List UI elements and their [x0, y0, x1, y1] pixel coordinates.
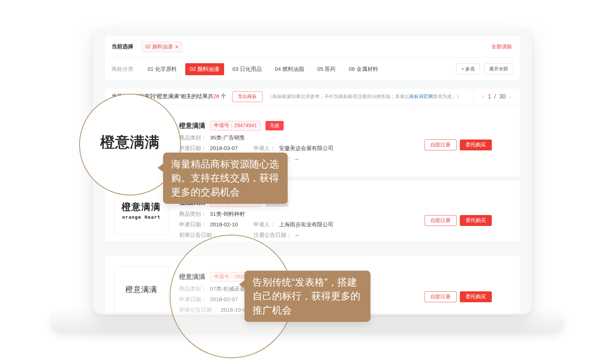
page-background: 当前选择 02 颜料油漆 × 全部清除 商标分类 01 化学原料 02 颜料油漆… [0, 0, 616, 364]
entrust-buy-button[interactable]: 委托购买 [460, 215, 492, 226]
current-selection-label: 当前选择 [112, 43, 133, 50]
tab-category-04[interactable]: 04 燃料油脂 [270, 63, 309, 75]
pagination: ‹ 1 / 30 › [473, 89, 520, 104]
disclaimer-post: 查询为准。） [433, 94, 461, 99]
applicant-value: 上海雨步实业有限公司 [279, 221, 333, 228]
status-badge: 无效 [266, 121, 284, 130]
trademark-image-text: 橙意满满 [122, 201, 161, 213]
prev-page-icon[interactable]: ‹ [482, 93, 485, 101]
apply-date-label: 申请日期： [179, 145, 206, 152]
category-field-value: 31类-饲料种籽 [210, 211, 245, 218]
trademark-name: 橙意满满 [179, 121, 205, 130]
trademark-image: 橙意满满 [114, 266, 169, 313]
trademark-image-text: 橙意满满 [125, 284, 157, 295]
multi-select-button[interactable]: + 多选 [456, 63, 480, 75]
callout-text: 海量精品商标资源随心选购。支持在线交易，获得更多的交易机会 [171, 159, 279, 198]
export-trademark-button[interactable]: 导出商标 [232, 91, 263, 102]
self-register-button[interactable]: 自助注册 [425, 215, 457, 226]
current-page: 1 [488, 93, 491, 100]
entrust-buy-button[interactable]: 委托购买 [460, 291, 492, 302]
category-tabs-row: 商标分类 01 化学原料 02 颜料油漆 03 日化用品 04 燃料油脂 05 … [112, 57, 513, 81]
category-field-label: 商品类别： [179, 134, 206, 141]
row-actions: 自助注册 委托购买 [425, 181, 492, 241]
application-number-tag: 申请号：29474941 [210, 121, 260, 130]
results-header: 当前分类下检索到“橙意满满”相关的结果共28 个 导出商标 （商标检索结果仅供参… [105, 89, 520, 105]
tab-category-01[interactable]: 01 化学原料 [143, 63, 182, 75]
callout-arrow-icon [239, 280, 245, 289]
registration-publication-value: – [295, 155, 298, 162]
apply-date-value: 2018-02-10 [210, 221, 238, 228]
filter-panel: 当前选择 02 颜料油漆 × 全部清除 商标分类 01 化学原料 02 颜料油漆… [105, 36, 520, 81]
category-label: 商标分类 [112, 66, 133, 73]
expand-all-button[interactable]: 展开全部 [484, 63, 513, 75]
clear-all-link[interactable]: 全部清除 [491, 44, 512, 50]
self-register-button[interactable]: 自助注册 [425, 139, 457, 150]
row-actions: 自助注册 委托购买 [425, 256, 492, 313]
apply-date-value: 2018-03-07 [210, 145, 238, 152]
current-selection-row: 当前选择 02 颜料油漆 × 全部清除 [112, 36, 513, 57]
callout-bubble-trade: 海量精品商标资源随心选购。支持在线交易，获得更多的交易机会 [163, 153, 288, 204]
next-page-icon[interactable]: › [509, 93, 511, 101]
trademark-office-link[interactable]: 商标局官网 [409, 94, 433, 99]
selected-filter-tag-text: 02 颜料油漆 [145, 44, 173, 50]
applicant-value: 安徽美达会展有限公司 [279, 145, 333, 152]
results-count: 28 [213, 93, 219, 99]
category-field-value: 35类-广告销售 [210, 134, 245, 141]
tab-category-06[interactable]: 06 金属材料 [344, 63, 383, 75]
callout-text: 告别传统“发表格”，搭建自己的标行，获得更多的推广机会 [252, 277, 360, 316]
self-register-button[interactable]: 自助注册 [425, 291, 457, 302]
remove-filter-icon[interactable]: × [175, 44, 178, 49]
callout-arrow-icon [158, 163, 163, 172]
callout-bubble-promo: 告别传统“发表格”，搭建自己的标行，获得更多的推广机会 [244, 271, 370, 322]
page-separator: / [494, 93, 496, 100]
apply-date-label: 申请日期： [179, 221, 206, 228]
tab-category-05[interactable]: 05 医药 [312, 63, 340, 75]
tab-category-03[interactable]: 03 日化用品 [228, 63, 267, 75]
summary-suffix: 个 [219, 93, 226, 99]
disclaimer-text: （商标检索结果仅供参考，不作为商标能否注册的法律依据；具体以商标局官网查询为准。… [268, 93, 473, 100]
trademark-image-subtext: orange Heart [122, 214, 161, 220]
application-number-label: 申请号： [214, 122, 234, 128]
registration-publication-value: – [295, 232, 298, 239]
tab-category-02-active[interactable]: 02 颜料油漆 [185, 63, 224, 75]
selected-filter-tag[interactable]: 02 颜料油漆 × [141, 41, 182, 52]
magnified-trademark-text: 橙意满满 [100, 132, 160, 152]
applicant-label: 申请人： [254, 221, 275, 228]
entrust-buy-button[interactable]: 委托购买 [460, 139, 492, 150]
disclaimer-pre: （商标检索结果仅供参考，不作为商标能否注册的法律依据；具体以 [268, 94, 409, 99]
category-field-label: 商品类别： [179, 211, 206, 218]
total-pages: 30 [499, 93, 506, 100]
row-divider [105, 241, 520, 256]
registration-publication-label: 注册公告日期： [254, 232, 292, 239]
applicant-label: 申请人： [254, 145, 275, 152]
row-actions: 自助注册 委托购买 [425, 105, 492, 177]
application-number-value: 29474941 [234, 122, 257, 128]
